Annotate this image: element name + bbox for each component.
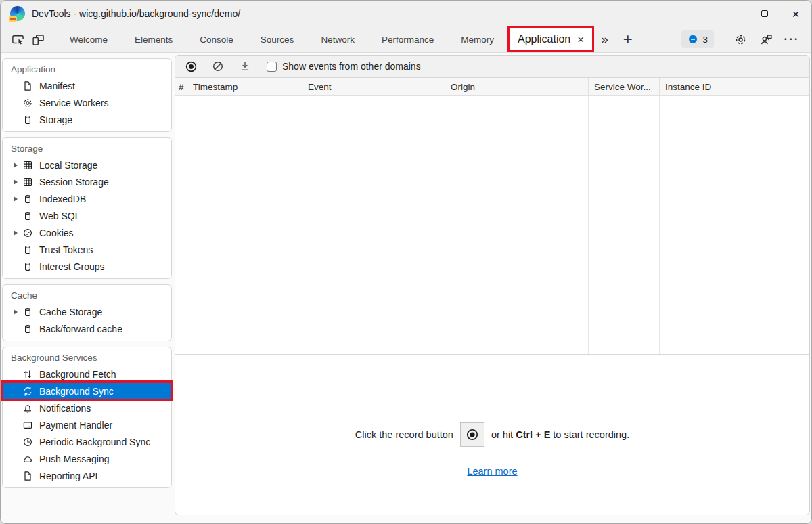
payment-card-icon <box>22 419 33 431</box>
clear-button[interactable] <box>211 60 225 73</box>
expand-arrow-icon[interactable] <box>14 309 18 315</box>
sidebar-item-background-fetch[interactable]: Background Fetch <box>3 366 171 383</box>
gear-icon <box>22 97 33 108</box>
expand-arrow-icon[interactable] <box>14 162 18 168</box>
sidebar-item-label: Push Messaging <box>39 454 110 464</box>
sidebar-item-reporting-api[interactable]: Reporting API <box>3 467 171 484</box>
table-icon <box>22 159 33 171</box>
maximize-button[interactable] <box>749 1 780 26</box>
tab-network[interactable]: Network <box>307 26 368 52</box>
tab-close-icon[interactable]: × <box>577 34 584 45</box>
sidebar-item-indexeddb[interactable]: IndexedDB <box>3 190 171 207</box>
sidebar-item-web-sql[interactable]: Web SQL <box>3 207 171 224</box>
tab-application-annotated[interactable]: Application × <box>508 26 594 52</box>
table-icon <box>22 176 33 188</box>
record-icon <box>466 428 479 441</box>
expand-arrow-icon[interactable] <box>14 230 18 236</box>
feedback-person-icon <box>760 33 773 46</box>
tab-sources[interactable]: Sources <box>247 26 308 52</box>
new-tab-button[interactable]: + <box>615 30 641 49</box>
section-title: Background Services <box>3 347 171 366</box>
sidebar-item-label: Storage <box>39 114 72 125</box>
sidebar-item-manifest[interactable]: Manifest <box>3 77 171 94</box>
empty-state-text-or-hit: or hit <box>491 429 513 440</box>
database-icon <box>22 193 33 204</box>
inspect-element-button[interactable] <box>7 29 28 49</box>
application-panel: Application Manifest Service Workers Sto… <box>1 53 811 523</box>
tab-welcome[interactable]: Welcome <box>56 26 121 52</box>
sidebar-item-push-messaging[interactable]: Push Messaging <box>3 450 171 467</box>
column-header-number: # <box>175 78 187 95</box>
column-header-timestamp: Timestamp <box>187 78 302 95</box>
inspect-cursor-icon <box>12 33 24 46</box>
sidebar-item-label: Cookies <box>39 227 74 238</box>
sidebar-item-cookies[interactable]: Cookies <box>3 224 171 241</box>
more-tabs-button[interactable]: » <box>594 32 615 47</box>
events-toolbar: Show events from other domains <box>175 56 809 78</box>
database-icon <box>22 306 33 318</box>
window-title: DevTools - wicg.github.io/background-syn… <box>32 8 240 19</box>
sidebar-item-label: Background Sync <box>39 386 114 397</box>
database-icon <box>22 261 33 272</box>
sidebar-item-back-forward-cache[interactable]: Back/forward cache <box>3 320 171 337</box>
download-icon <box>239 60 251 72</box>
sidebar-item-storage[interactable]: Storage <box>3 111 171 128</box>
sidebar-item-session-storage[interactable]: Session Storage <box>3 173 171 190</box>
tabbar-right-icons: ··· <box>723 29 802 49</box>
tab-memory[interactable]: Memory <box>447 26 508 52</box>
learn-more-link[interactable]: Learn more <box>467 466 517 477</box>
sidebar-item-local-storage[interactable]: Local Storage <box>3 156 171 173</box>
section-title: Application <box>3 59 171 77</box>
sidebar-item-label: Manifest <box>39 81 75 91</box>
sidebar-item-label: Trust Tokens <box>39 244 93 255</box>
sidebar-item-periodic-background-sync[interactable]: Periodic Background Sync <box>3 433 171 450</box>
sidebar-item-notifications[interactable]: Notifications <box>3 399 171 416</box>
settings-button[interactable] <box>730 29 750 49</box>
expand-arrow-icon[interactable] <box>14 179 18 185</box>
sidebar-item-label: Payment Handler <box>39 420 112 431</box>
sidebar-item-cache-storage[interactable]: Cache Storage <box>3 303 171 320</box>
sidebar-item-background-sync[interactable]: Background Sync <box>3 383 171 399</box>
column-header-service-worker: Service Wor... <box>589 78 660 95</box>
close-button[interactable]: × <box>780 1 811 26</box>
minimize-button[interactable] <box>718 1 749 26</box>
column-header-event: Event <box>302 78 445 95</box>
tab-elements[interactable]: Elements <box>121 26 186 52</box>
sidebar-item-service-workers[interactable]: Service Workers <box>3 94 171 111</box>
sidebar-item-label: Notifications <box>39 403 91 414</box>
database-icon <box>22 114 33 125</box>
clock-icon <box>22 436 33 447</box>
record-icon <box>185 60 198 73</box>
issues-count: 3 <box>702 35 708 45</box>
inline-record-button[interactable] <box>460 422 484 447</box>
device-toolbar-button[interactable] <box>28 29 48 49</box>
more-options-button[interactable]: ··· <box>782 29 802 49</box>
column-header-instance-id: Instance ID <box>660 78 809 95</box>
database-icon <box>22 244 33 255</box>
sidebar-item-interest-groups[interactable]: Interest Groups <box>3 258 171 275</box>
show-events-checkbox[interactable] <box>267 62 277 72</box>
section-title: Cache <box>3 285 171 303</box>
sidebar-item-payment-handler[interactable]: Payment Handler <box>3 416 171 433</box>
column-header-origin: Origin <box>445 78 589 95</box>
maximize-icon <box>761 10 768 17</box>
tab-performance[interactable]: Performance <box>368 26 447 52</box>
sidebar-item-label: Cache Storage <box>39 307 102 318</box>
issues-counter-button[interactable]: 3 <box>681 30 714 48</box>
expand-arrow-icon[interactable] <box>14 196 18 202</box>
sidebar-item-label: Reporting API <box>39 471 97 481</box>
tab-console[interactable]: Console <box>186 26 247 52</box>
feedback-button[interactable] <box>756 29 776 49</box>
database-icon <box>22 210 33 221</box>
save-events-button[interactable] <box>238 60 252 73</box>
edge-devtools-app-icon <box>10 6 25 21</box>
database-icon <box>22 323 33 334</box>
minimize-icon <box>730 14 738 14</box>
sidebar-item-trust-tokens[interactable]: Trust Tokens <box>3 241 171 258</box>
up-down-arrows-icon <box>22 368 33 380</box>
record-button[interactable] <box>184 60 198 73</box>
sidebar-section-application: Application Manifest Service Workers Sto… <box>2 58 172 132</box>
close-icon: × <box>792 7 799 20</box>
document-icon <box>22 470 33 481</box>
sidebar-section-cache: Cache Cache Storage Back/forward cache <box>2 284 172 341</box>
